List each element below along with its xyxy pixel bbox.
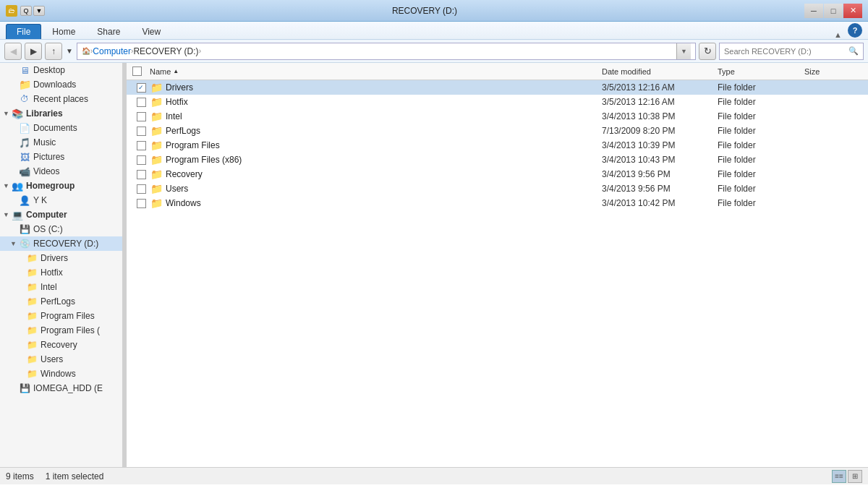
table-row[interactable]: 📁Users3/4/2013 9:56 PMFile folder (127, 181, 868, 196)
table-row[interactable]: 📁Windows3/4/2013 10:42 PMFile folder (127, 196, 868, 210)
sidebar-item-pictures[interactable]: 🖼 Pictures (0, 150, 122, 164)
refresh-button[interactable]: ↻ (699, 43, 716, 60)
sidebar-label-users: Users (41, 354, 63, 364)
details-view-button[interactable]: ≡≡ (832, 470, 846, 483)
table-row[interactable]: ✓📁Drivers3/5/2013 12:16 AMFile folder (127, 80, 868, 95)
sidebar-item-recovery-d[interactable]: ▼ 💿 RECOVERY (D:) (0, 236, 122, 251)
sidebar-item-windows[interactable]: 📁 Windows (0, 367, 122, 381)
sidebar-label-intel: Intel (41, 282, 57, 292)
sidebar-item-program-files-x86[interactable]: 📁 Program Files ( (0, 323, 122, 338)
sidebar-item-program-files[interactable]: 📁 Program Files (0, 309, 122, 323)
sidebar-item-homegroup[interactable]: ▼ 👥 Homegroup (0, 179, 122, 193)
downloads-folder-icon: 📁 (19, 79, 30, 90)
file-date: 3/4/2013 10:42 PM (602, 198, 718, 208)
file-checkbox[interactable] (132, 199, 150, 208)
header-size[interactable]: Size (804, 67, 862, 76)
sidebar-label-hotfix: Hotfix (41, 267, 63, 278)
windows-folder-icon: 📁 (26, 368, 38, 380)
sidebar-item-iomega[interactable]: 💾 IOMEGA_HDD (E (0, 381, 122, 395)
sidebar-item-intel[interactable]: 📁 Intel (0, 280, 122, 294)
table-row[interactable]: 📁Recovery3/4/2013 9:56 PMFile folder (127, 167, 868, 181)
back-button[interactable]: ◀ (4, 43, 22, 60)
sidebar-label-recent-places: Recent places (33, 94, 88, 104)
file-checkbox[interactable] (132, 155, 150, 165)
forward-button[interactable]: ▶ (25, 43, 42, 60)
file-checkbox[interactable] (132, 98, 150, 107)
sidebar-label-windows: Windows (41, 369, 76, 379)
file-date: 3/4/2013 10:43 PM (602, 155, 718, 165)
tab-file[interactable]: File (6, 24, 41, 39)
address-bar[interactable]: 🏠 › Computer › RECOVERY (D:) › ▼ (77, 43, 696, 60)
addr-recovery[interactable]: RECOVERY (D:) (133, 46, 198, 56)
sidebar-item-yk[interactable]: 👤 Y K (0, 193, 122, 207)
sidebar-item-libraries[interactable]: ▼ 📚 Libraries (0, 106, 122, 121)
sidebar-item-desktop[interactable]: 🖥 Desktop (0, 63, 122, 77)
search-icon[interactable]: 🔍 (848, 46, 859, 56)
file-checkbox[interactable] (132, 141, 150, 150)
file-checkbox[interactable] (132, 184, 150, 194)
file-type: File folder (718, 111, 804, 121)
ribbon-collapse-btn[interactable]: ▲ (834, 30, 845, 39)
quick-icon-1[interactable]: Q (20, 6, 32, 16)
sort-arrow-name: ▲ (173, 68, 179, 74)
expand-arrow-computer: ▼ (3, 211, 12, 218)
quick-dropdown[interactable]: ▼ (33, 6, 45, 16)
sidebar-item-recovery-sub[interactable]: 📁 Recovery (0, 338, 122, 352)
recent-locations-button[interactable]: ▼ (65, 43, 74, 60)
minimize-button[interactable]: ─ (804, 4, 823, 18)
close-button[interactable]: ✕ (843, 4, 862, 18)
file-folder-icon: 📁 (150, 140, 163, 151)
documents-icon: 📄 (19, 122, 30, 134)
file-checkbox[interactable] (132, 112, 150, 121)
sidebar-item-computer[interactable]: ▼ 💻 Computer (0, 207, 122, 222)
sidebar-item-downloads[interactable]: 📁 Downloads (0, 77, 122, 92)
file-checkbox[interactable] (132, 170, 150, 179)
sidebar-label-yk: Y K (33, 195, 47, 205)
sidebar-item-users[interactable]: 📁 Users (0, 352, 122, 367)
address-dropdown-btn[interactable]: ▼ (676, 43, 691, 59)
content-area: Name ▲ Date modified Type Size ✓📁Drivers… (127, 63, 868, 467)
sidebar-item-recent-places[interactable]: ⏱ Recent places (0, 92, 122, 106)
maximize-button[interactable]: □ (824, 4, 843, 18)
perflogs-folder-icon: 📁 (26, 296, 38, 307)
large-icons-view-button[interactable]: ⊞ (848, 470, 862, 483)
file-name: Intel (166, 111, 602, 121)
file-checkbox[interactable] (132, 127, 150, 136)
sidebar-label-music: Music (33, 137, 56, 147)
sidebar-item-music[interactable]: 🎵 Music (0, 135, 122, 150)
sidebar-item-documents[interactable]: 📄 Documents (0, 121, 122, 135)
sidebar-label-desktop: Desktop (33, 65, 65, 75)
tab-share[interactable]: Share (86, 24, 131, 39)
header-checkbox[interactable] (132, 67, 150, 76)
header-date-modified[interactable]: Date modified (602, 67, 718, 76)
header-type[interactable]: Type (718, 67, 804, 76)
tab-home[interactable]: Home (41, 24, 86, 39)
file-date: 3/4/2013 9:56 PM (602, 184, 718, 194)
header-name[interactable]: Name ▲ (150, 67, 602, 76)
help-button[interactable]: ? (848, 23, 862, 38)
file-date: 3/5/2013 12:16 AM (602, 97, 718, 107)
sidebar-item-os-c[interactable]: 💾 OS (C:) (0, 222, 122, 236)
sidebar-item-hotfix[interactable]: 📁 Hotfix (0, 265, 122, 280)
sidebar-item-perflogs[interactable]: 📁 PerfLogs (0, 294, 122, 309)
table-row[interactable]: 📁Intel3/4/2013 10:38 PMFile folder (127, 109, 868, 124)
sidebar-item-drivers[interactable]: 📁 Drivers (0, 251, 122, 265)
sidebar-label-recovery-d: RECOVERY (D:) (33, 239, 98, 249)
table-row[interactable]: 📁Program Files (x86)3/4/2013 10:43 PMFil… (127, 153, 868, 167)
up-button[interactable]: ↑ (45, 43, 62, 60)
desktop-icon: 🖥 (19, 64, 30, 76)
table-row[interactable]: 📁Hotfix3/5/2013 12:16 AMFile folder (127, 95, 868, 109)
search-input[interactable] (724, 47, 848, 56)
file-list: ✓📁Drivers3/5/2013 12:16 AMFile folder📁Ho… (127, 80, 868, 467)
file-checkbox[interactable]: ✓ (132, 83, 150, 93)
file-name: Hotfix (166, 97, 602, 107)
sidebar-item-videos[interactable]: 📹 Videos (0, 164, 122, 179)
tab-view[interactable]: View (131, 24, 171, 39)
addr-computer[interactable]: Computer (93, 46, 131, 56)
checkbox-inner (137, 155, 146, 165)
table-row[interactable]: 📁Program Files3/4/2013 10:39 PMFile fold… (127, 138, 868, 153)
file-name: Windows (166, 198, 602, 208)
table-row[interactable]: 📁PerfLogs7/13/2009 8:20 PMFile folder (127, 124, 868, 138)
file-folder-icon: 📁 (150, 82, 163, 93)
homegroup-icon: 👥 (12, 180, 23, 192)
